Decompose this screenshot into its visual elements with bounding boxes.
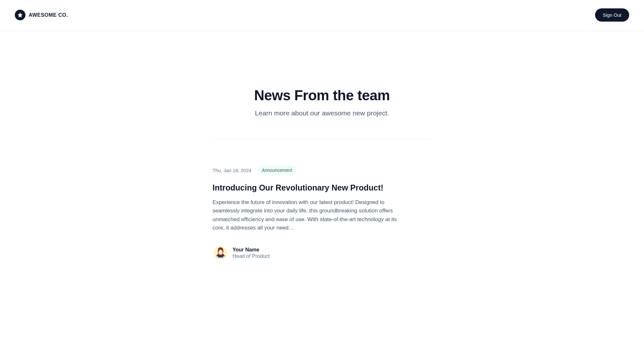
post-summary: Experience the future of innovation with… bbox=[213, 198, 406, 232]
post-date: Thu, Jan 18, 2024 bbox=[213, 168, 251, 173]
author-name: Your Name bbox=[232, 247, 270, 253]
post-title[interactable]: Introducing Our Revolutionary New Produc… bbox=[213, 183, 431, 192]
post-card: Thu, Jan 18, 2024 Announcement Introduci… bbox=[213, 166, 431, 260]
site-header: AWESOME CO. Sign Out bbox=[0, 0, 644, 31]
page-title: News From the team bbox=[213, 87, 431, 103]
post-tag[interactable]: Announcement bbox=[257, 166, 297, 175]
page-subtitle: Learn more about our awesome new project… bbox=[213, 109, 431, 117]
site-logo[interactable]: AWESOME CO. bbox=[15, 10, 68, 20]
post-meta: Thu, Jan 18, 2024 Announcement bbox=[213, 166, 431, 175]
brand-name: AWESOME CO. bbox=[29, 12, 68, 18]
star-icon bbox=[15, 10, 25, 20]
sign-out-button[interactable]: Sign Out bbox=[595, 8, 629, 22]
author-info: Your Name Head of Product bbox=[232, 247, 270, 259]
author-avatar bbox=[214, 246, 227, 260]
post-author: Your Name Head of Product bbox=[213, 246, 431, 260]
main-content: News From the team Learn more about our … bbox=[209, 87, 435, 260]
author-title: Head of Product bbox=[232, 253, 270, 259]
section-divider bbox=[213, 139, 431, 139]
